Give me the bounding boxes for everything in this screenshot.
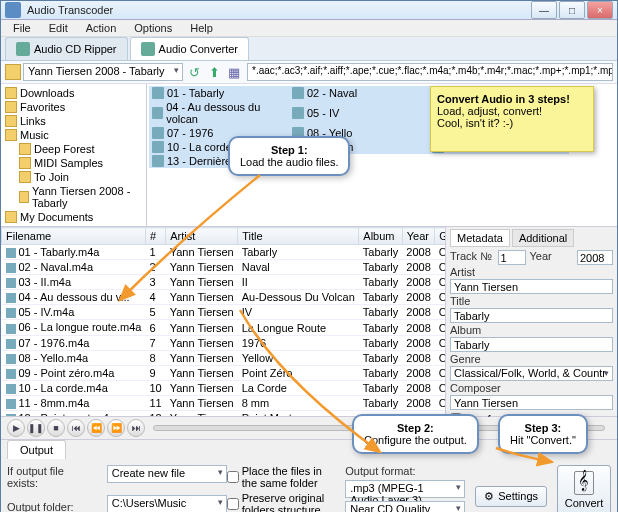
audio-file-icon (6, 399, 16, 409)
audio-file-icon (152, 87, 164, 99)
tab-ripper[interactable]: Audio CD Ripper (5, 37, 128, 60)
cd-icon (16, 42, 30, 56)
menu-help[interactable]: Help (182, 20, 221, 36)
table-row[interactable]: 04 - Au dessous du v...4Yann TiersenAu-D… (2, 290, 446, 305)
audio-file-icon (6, 384, 16, 394)
file-item[interactable]: 02 - Naval (289, 86, 429, 100)
rewind-button[interactable]: ⏪ (87, 419, 105, 437)
minimize-button[interactable]: — (531, 1, 557, 19)
title-input[interactable] (450, 308, 613, 323)
nav-back-icon[interactable]: ↺ (185, 63, 203, 81)
window-title: Audio Transcoder (27, 4, 531, 16)
column-header[interactable]: # (145, 228, 165, 245)
year-input[interactable] (577, 250, 613, 265)
tree-item[interactable]: Yann Tiersen 2008 - Tabarly (3, 184, 144, 210)
folder-icon (5, 211, 17, 223)
next-button[interactable]: ⏭ (127, 419, 145, 437)
audio-file-icon (6, 414, 16, 416)
file-item[interactable]: 01 - Tabarly (149, 86, 289, 100)
audio-file-icon (6, 248, 16, 258)
audio-file-icon (6, 324, 16, 334)
audio-file-icon (6, 293, 16, 303)
tab-metadata[interactable]: Metadata (450, 229, 510, 247)
audio-file-icon (6, 308, 16, 318)
tree-item[interactable]: MIDI Samples (3, 156, 144, 170)
tree-item[interactable]: Favorites (3, 100, 144, 114)
tree-item[interactable]: My Documents (3, 210, 144, 224)
gear-icon: ⚙ (484, 490, 494, 503)
pause-button[interactable]: ❚❚ (27, 419, 45, 437)
audio-file-icon (152, 141, 164, 153)
genre-dropdown[interactable]: Classical/Folk, World, & Countr (450, 366, 613, 381)
file-item[interactable]: 04 - Au dessous du volcan (149, 100, 289, 126)
audio-file-icon (292, 87, 304, 99)
table-row[interactable]: 09 - Point zéro.m4a9Yann TiersenPoint Zé… (2, 365, 446, 380)
preserve-checkbox[interactable] (227, 498, 239, 510)
tab-converter[interactable]: Audio Converter (130, 37, 250, 60)
tree-item[interactable]: Deep Forest (3, 142, 144, 156)
menu-bar: File Edit Action Options Help (1, 20, 617, 37)
folder-dropdown[interactable]: Yann Tiersen 2008 - Tabarly (23, 63, 183, 81)
folder-tree[interactable]: DownloadsFavoritesLinksMusicDeep ForestM… (1, 84, 147, 226)
table-row[interactable]: 06 - La longue route.m4a6Yann TiersenLa … (2, 320, 446, 335)
view-icon[interactable]: ▦ (225, 63, 243, 81)
audio-file-icon (6, 369, 16, 379)
tree-item[interactable]: Links (3, 114, 144, 128)
table-row[interactable]: 07 - 1976.m4a7Yann Tiersen1976Tabarly200… (2, 335, 446, 350)
column-header[interactable]: Title (238, 228, 359, 245)
callout-step2: Step 2:Configure the output. (352, 414, 479, 454)
same-folder-checkbox[interactable] (227, 471, 239, 483)
column-header[interactable]: Genre (435, 228, 445, 245)
folder-icon (5, 64, 21, 80)
tree-item[interactable]: Music (3, 128, 144, 142)
table-row[interactable]: 10 - La corde.m4a10Yann TiersenLa CordeT… (2, 380, 446, 395)
folder-icon (5, 129, 17, 141)
main-tabs: Audio CD Ripper Audio Converter (1, 37, 617, 61)
column-header[interactable]: Artist (166, 228, 238, 245)
artist-input[interactable] (450, 279, 613, 294)
composer-input[interactable] (450, 395, 613, 410)
table-row[interactable]: 08 - Yello.m4a8Yann TiersenYellowTabarly… (2, 350, 446, 365)
table-row[interactable]: 01 - Tabarly.m4a1Yann TiersenTabarlyTaba… (2, 245, 446, 260)
play-button[interactable]: ▶ (7, 419, 25, 437)
track-grid[interactable]: Filename#ArtistTitleAlbumYearGenreCompos… (1, 227, 445, 416)
tree-item[interactable]: Downloads (3, 86, 144, 100)
tree-item[interactable]: To Join (3, 170, 144, 184)
quality-dropdown[interactable]: Near CD Quality (128 kbit/s) (345, 501, 465, 512)
menu-action[interactable]: Action (78, 20, 125, 36)
convert-icon (141, 42, 155, 56)
table-row[interactable]: 05 - IV.m4a5Yann TiersenIVTabarly2008Cla… (2, 305, 446, 320)
menu-options[interactable]: Options (126, 20, 180, 36)
close-button[interactable]: × (587, 1, 613, 19)
menu-file[interactable]: File (5, 20, 39, 36)
convert-button[interactable]: Convert (557, 465, 611, 512)
album-input[interactable] (450, 337, 613, 352)
prev-button[interactable]: ⏮ (67, 419, 85, 437)
audio-file-icon (6, 278, 16, 288)
if-exists-dropdown[interactable]: Create new file (107, 465, 227, 483)
extension-filter[interactable]: *.aac;*.ac3;*.aif;*.aiff;*.ape;*.cue;*.f… (247, 63, 613, 81)
file-item[interactable]: 05 - IV (289, 100, 429, 126)
tab-additional[interactable]: Additional (512, 229, 574, 247)
table-row[interactable]: 03 - II.m4a3Yann TiersenIITabarly2008Cla… (2, 275, 446, 290)
titlebar[interactable]: Audio Transcoder — □ × (1, 1, 617, 20)
column-header[interactable]: Album (359, 228, 402, 245)
audio-file-icon (152, 155, 164, 167)
maximize-button[interactable]: □ (559, 1, 585, 19)
forward-button[interactable]: ⏩ (107, 419, 125, 437)
callout-step1: Step 1:Load the audio files. (228, 136, 350, 176)
folder-icon (5, 101, 17, 113)
column-header[interactable]: Filename (2, 228, 146, 245)
settings-button[interactable]: ⚙Settings (475, 486, 547, 507)
audio-file-icon (6, 263, 16, 273)
table-row[interactable]: 11 - 8mm.m4a11Yann Tiersen8 mmTabarly200… (2, 395, 446, 410)
format-dropdown[interactable]: .mp3 (MPEG-1 Audio Layer 3) (345, 480, 465, 498)
nav-up-icon[interactable]: ⬆ (205, 63, 223, 81)
menu-edit[interactable]: Edit (41, 20, 76, 36)
track-input[interactable] (498, 250, 526, 265)
table-row[interactable]: 02 - Naval.m4a2Yann TiersenNavalTabarly2… (2, 260, 446, 275)
column-header[interactable]: Year (402, 228, 434, 245)
output-folder-dropdown[interactable]: C:\Users\Music (107, 495, 227, 512)
stop-button[interactable]: ■ (47, 419, 65, 437)
output-tab[interactable]: Output (7, 440, 66, 459)
